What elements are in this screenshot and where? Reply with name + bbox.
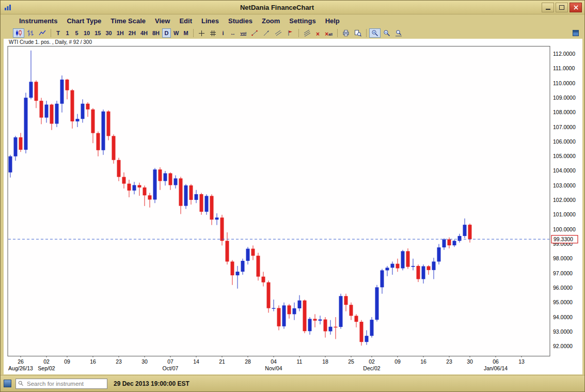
panel-icon <box>572 29 579 37</box>
maximize-button[interactable] <box>556 3 568 12</box>
close-button[interactable] <box>570 3 582 12</box>
svg-text:25: 25 <box>348 358 354 365</box>
zoom-in-button[interactable] <box>369 28 381 38</box>
printer-icon <box>342 29 350 37</box>
horizontal-scale-button[interactable]: ↔ <box>228 28 238 38</box>
crosshair-button[interactable] <box>196 28 207 38</box>
interval-15-button[interactable]: 15 <box>92 28 103 38</box>
interval-t-button[interactable]: T <box>54 28 62 38</box>
svg-text:100.0000: 100.0000 <box>553 226 576 232</box>
menu-help[interactable]: Help <box>321 16 344 26</box>
menu-lines[interactable]: Lines <box>197 16 223 26</box>
delete-all-lines-button[interactable]: ×all <box>323 28 335 38</box>
svg-text:02: 02 <box>369 358 375 365</box>
delete-line-button[interactable]: × <box>313 28 322 38</box>
menu-view[interactable]: View <box>151 16 174 26</box>
dock-panel-button[interactable] <box>570 28 581 38</box>
interval-5-button[interactable]: 5 <box>72 28 81 38</box>
price-axis: 92.000093.000094.000095.000096.000097.00… <box>553 51 576 349</box>
svg-text:Oct/07: Oct/07 <box>163 365 179 371</box>
delete-all-icon: × <box>325 31 328 37</box>
menu-chart-type[interactable]: Chart Type <box>62 16 105 26</box>
minimize-button[interactable] <box>542 3 554 12</box>
svg-text:92.0000: 92.0000 <box>553 343 573 349</box>
flag-tool-button[interactable] <box>284 28 296 38</box>
menu-zoom[interactable]: Zoom <box>258 16 284 26</box>
interval-1h-button[interactable]: 1H <box>115 28 126 38</box>
zoom-out-button[interactable] <box>381 28 392 38</box>
svg-text:28: 28 <box>245 358 251 365</box>
status-timestamp: 29 Dec 2013 19:00:00 EST <box>114 380 189 387</box>
flag-icon <box>287 29 294 37</box>
zoom-page-icon <box>354 29 361 37</box>
bar-chart-button[interactable] <box>25 28 36 38</box>
zoom-range-button[interactable] <box>393 28 404 38</box>
parallel-lines-tool-button[interactable] <box>273 28 284 38</box>
app-window: NetDania FinanceChart Instruments Chart … <box>0 0 585 392</box>
channel-lines-icon <box>304 29 311 37</box>
svg-text:94.0000: 94.0000 <box>553 314 573 320</box>
menu-settings[interactable]: Settings <box>285 16 320 26</box>
delete-icon: × <box>316 31 320 37</box>
ray-tool-button[interactable] <box>261 28 272 38</box>
interval-8h-button[interactable]: 8H <box>150 28 162 38</box>
line-chart-button[interactable] <box>37 28 48 38</box>
interval-4h-button[interactable]: 4H <box>138 28 150 38</box>
toolbar: T 1 5 10 15 30 1H 2H 4H 8H D W M i ↔ vol <box>1 27 584 39</box>
interval-d-button[interactable]: D <box>162 28 171 38</box>
grid-button[interactable] <box>208 28 218 38</box>
print-button[interactable] <box>340 28 352 38</box>
svg-text:11: 11 <box>297 358 303 365</box>
svg-text:102.0000: 102.0000 <box>553 197 576 203</box>
trendline-tool-button[interactable] <box>249 28 260 38</box>
zoom-fit-button[interactable] <box>352 28 363 38</box>
svg-text:105.0000: 105.0000 <box>553 153 576 159</box>
svg-text:97.0000: 97.0000 <box>553 270 573 276</box>
interval-30-button[interactable]: 30 <box>104 28 114 38</box>
svg-text:Nov/04: Nov/04 <box>265 365 282 371</box>
toolbar-separator <box>193 29 194 37</box>
line-chart-icon <box>39 29 46 37</box>
interval-2h-button[interactable]: 2H <box>127 28 138 38</box>
svg-text:16: 16 <box>420 358 426 365</box>
interval-10-button[interactable]: 10 <box>82 28 92 38</box>
channel-tool-button[interactable] <box>302 28 313 38</box>
candlestick-chart-button[interactable] <box>13 28 24 38</box>
svg-text:09: 09 <box>64 358 70 365</box>
svg-text:30: 30 <box>467 358 473 365</box>
time-axis: 2602091623300714212804111825020916233006… <box>8 356 525 371</box>
svg-text:111.0000: 111.0000 <box>553 65 575 71</box>
search-input[interactable] <box>26 380 105 387</box>
menu-studies[interactable]: Studies <box>224 16 257 26</box>
svg-text:103.0000: 103.0000 <box>553 182 576 189</box>
ray-arrow-icon <box>263 29 270 37</box>
svg-text:110.0000: 110.0000 <box>553 80 575 86</box>
menu-instruments[interactable]: Instruments <box>15 16 61 26</box>
svg-text:96.0000: 96.0000 <box>553 285 573 291</box>
volume-button[interactable]: vol <box>239 28 249 38</box>
toolbar-separator <box>51 29 51 37</box>
toolbar-separator <box>298 29 299 37</box>
svg-text:18: 18 <box>322 358 328 365</box>
info-button[interactable]: i <box>219 28 228 38</box>
chart-widget: WTI Crude 1. pos. , Daily, # 92 / 300 92… <box>4 39 582 374</box>
grid-icon <box>210 30 216 37</box>
interval-1-button[interactable]: 1 <box>63 28 72 38</box>
toolbar-separator <box>366 29 367 37</box>
menu-edit[interactable]: Edit <box>175 16 196 26</box>
interval-w-button[interactable]: W <box>171 28 181 38</box>
menu-time-scale[interactable]: Time Scale <box>106 16 150 26</box>
svg-text:14: 14 <box>193 358 199 365</box>
trendline-icon <box>251 29 258 37</box>
svg-text:93.0000: 93.0000 <box>553 328 573 335</box>
svg-text:09: 09 <box>394 358 401 365</box>
svg-text:06: 06 <box>493 358 499 365</box>
search-box[interactable] <box>15 379 107 389</box>
menubar: Instruments Chart Type Time Scale View E… <box>1 14 584 27</box>
price-chart[interactable]: 92.000093.000094.000095.000096.000097.00… <box>4 46 582 374</box>
interval-m-button[interactable]: M <box>181 28 190 38</box>
instrument-list-icon[interactable] <box>4 380 11 387</box>
svg-text:101.0000: 101.0000 <box>553 211 576 217</box>
volume-icon: vol <box>241 31 247 36</box>
chart-legend: WTI Crude 1. pos. , Daily, # 92 / 300 <box>4 39 582 46</box>
